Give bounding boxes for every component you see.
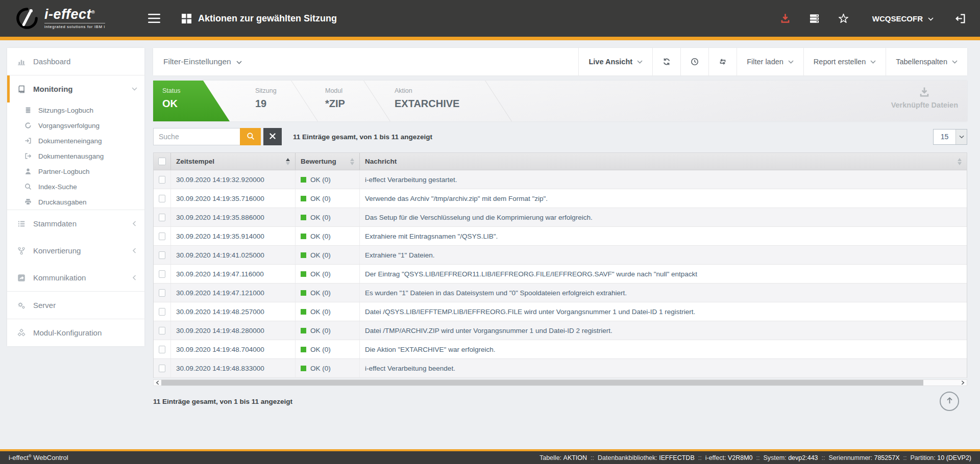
server-status-button[interactable] (809, 13, 820, 24)
scrollbar-track[interactable] (161, 380, 959, 385)
row-checkbox[interactable] (159, 214, 165, 221)
scrollbar-thumb[interactable] (161, 380, 923, 385)
row-checkbox[interactable] (159, 233, 165, 240)
status-ok-square (301, 290, 306, 296)
chevron-down-icon (955, 130, 967, 144)
banner-segment-label: Sitzung (255, 87, 305, 94)
menu-toggle-button[interactable] (148, 13, 160, 23)
sort-desc-icon (286, 162, 290, 165)
sidebar-item-druckausgaben[interactable]: Druckausgaben (7, 194, 144, 210)
message-cell: Die Aktion "EXTARCHIVE" war erfolgreich. (360, 340, 967, 358)
row-checkbox[interactable] (159, 327, 165, 334)
row-checkbox-cell (154, 283, 171, 302)
clear-search-button[interactable] (263, 128, 282, 145)
scroll-to-top-button[interactable] (940, 392, 959, 411)
rating-cell: OK (0) (296, 321, 360, 340)
row-checkbox[interactable] (159, 195, 165, 202)
row-checkbox[interactable] (159, 176, 165, 184)
sort-asc-icon (350, 158, 354, 161)
timestamp-cell: 30.09.2020 14:19:47.116000 (171, 265, 296, 283)
refresh-icon (663, 58, 671, 66)
table-row[interactable]: 30.09.2020 14:19:48.280000 OK (0) Datei … (154, 321, 967, 340)
favorites-button[interactable] (838, 13, 849, 24)
sidebar-item-kommunikation[interactable]: Kommunikation (7, 264, 144, 291)
history-button[interactable] (680, 48, 708, 75)
sort-desc-icon (350, 162, 354, 165)
row-checkbox[interactable] (159, 365, 165, 372)
column-header-zeitstempel[interactable]: Zeitstempel (171, 153, 296, 170)
table-row[interactable]: 30.09.2020 14:19:48.833000 OK (0) i-effe… (154, 359, 967, 378)
sidebar-item-modul-konfiguration[interactable]: Modul-Konfiguration (7, 319, 144, 346)
sidebar-item-dokumenteneingang[interactable]: Dokumenteneingang (7, 133, 144, 148)
row-checkbox-cell (154, 340, 171, 358)
table-row[interactable]: 30.09.2020 14:19:47.121000 OK (0) Es wur… (154, 283, 967, 302)
row-checkbox[interactable] (159, 289, 165, 297)
scroll-left-icon[interactable] (154, 380, 161, 385)
rating-cell: OK (0) (296, 246, 360, 264)
table-row[interactable]: 30.09.2020 14:19:41.025000 OK (0) Extrah… (154, 246, 967, 265)
page-size-select[interactable]: 15 (933, 129, 967, 145)
sidebar-item-stammdaten[interactable]: Stammdaten (7, 210, 144, 237)
table-row[interactable]: 30.09.2020 14:19:32.920000 OK (0) i-effe… (154, 170, 967, 189)
sidebar-item-server[interactable]: Server (7, 292, 144, 319)
sidebar-item-partner-logbuch[interactable]: Partner-Logbuch (7, 164, 144, 179)
table-row[interactable]: 30.09.2020 14:19:48.704000 OK (0) Die Ak… (154, 340, 967, 359)
search-row: 11 Einträge gesamt, von 1 bis 11 angezei… (153, 128, 967, 145)
sidebar-item-dashboard[interactable]: Dashboard (7, 48, 144, 75)
footer-info-label: i-effect: (705, 454, 726, 461)
sidebar-item-label: Dokumentenausgang (38, 152, 137, 160)
table-row[interactable]: 30.09.2020 14:19:48.257000 OK (0) Datei … (154, 302, 967, 321)
sort-asc-icon (958, 158, 962, 161)
row-checkbox[interactable] (159, 251, 165, 259)
load-filter-button[interactable]: Filter laden (737, 48, 803, 75)
page-title-group: Aktionen zur gewählten Sitzung (182, 13, 337, 24)
table-row[interactable]: 30.09.2020 14:19:47.116000 OK (0) Der Ei… (154, 265, 967, 283)
status-ok-square (301, 309, 306, 315)
sidebar-item-konvertierung[interactable]: Konvertierung (7, 237, 144, 264)
sidebar-item-vorgangsverfolgung[interactable]: Vorgangsverfolgung (7, 118, 144, 133)
table-row[interactable]: 30.09.2020 14:19:35.716000 OK (0) Verwen… (154, 189, 967, 208)
message-cell: Der Eintrag "QSYS.LIB/IEFFREOR11.LIB/IEF… (360, 265, 967, 283)
filter-settings-button[interactable]: Filter-Einstellungen (153, 48, 252, 75)
brand-logo[interactable]: i-effect® integrated solutions for IBM i (15, 7, 134, 30)
registered-mark: ® (91, 10, 95, 15)
row-checkbox[interactable] (159, 346, 165, 353)
row-checkbox-cell (154, 170, 171, 189)
column-header-bewertung[interactable]: Bewertung (296, 153, 360, 170)
table-row[interactable]: 30.09.2020 14:19:35.886000 OK (0) Das Se… (154, 208, 967, 227)
sidebar-item-monitoring[interactable]: Monitoring (7, 75, 144, 102)
status-ok-square (301, 328, 306, 333)
sidebar-item-dokumentenausgang[interactable]: Dokumentenausgang (7, 148, 144, 164)
toolbar-button-label: Tabellenspalten (896, 58, 947, 66)
scroll-right-icon[interactable] (959, 380, 967, 385)
column-header-nachricht[interactable]: Nachricht (360, 153, 967, 170)
rating-text: OK (0) (310, 327, 331, 334)
hamburger-icon (148, 13, 160, 23)
row-checkbox[interactable] (159, 270, 165, 278)
table-columns-button[interactable]: Tabellenspalten (886, 48, 967, 75)
row-checkbox[interactable] (159, 308, 165, 316)
select-all-checkbox[interactable] (158, 158, 166, 165)
create-report-button[interactable]: Report erstellen (803, 48, 886, 75)
linked-files-button[interactable]: Verknüpfte Dateien (886, 81, 967, 121)
sidebar-item-sitzungs-logbuch[interactable]: Sitzungs-Logbuch (7, 102, 144, 118)
footer-separator: :: (695, 454, 705, 461)
search-button[interactable] (240, 128, 261, 145)
user-menu[interactable]: WCQSECOFR (867, 14, 934, 23)
live-view-button[interactable]: Live Ansicht (578, 48, 652, 75)
table-row[interactable]: 30.09.2020 14:19:35.914000 OK (0) Extrah… (154, 227, 967, 246)
page-size-value: 15 (934, 130, 955, 144)
refresh-button[interactable] (652, 48, 680, 75)
rating-text: OK (0) (310, 346, 331, 353)
auto-refresh-button[interactable] (708, 48, 737, 75)
status-ok-square (301, 347, 306, 352)
sidebar-item-index-suche[interactable]: Index-Suche (7, 179, 144, 194)
brand-name: i-effect® (44, 8, 105, 21)
sidebar-item-label: Konvertierung (33, 246, 132, 255)
banner-segment-label: Status (162, 87, 230, 94)
search-input[interactable] (153, 128, 240, 145)
downloads-button[interactable] (780, 13, 791, 24)
timestamp-cell: 30.09.2020 14:19:35.716000 (171, 189, 296, 208)
horizontal-scrollbar[interactable] (153, 379, 967, 386)
logout-button[interactable] (955, 13, 966, 24)
